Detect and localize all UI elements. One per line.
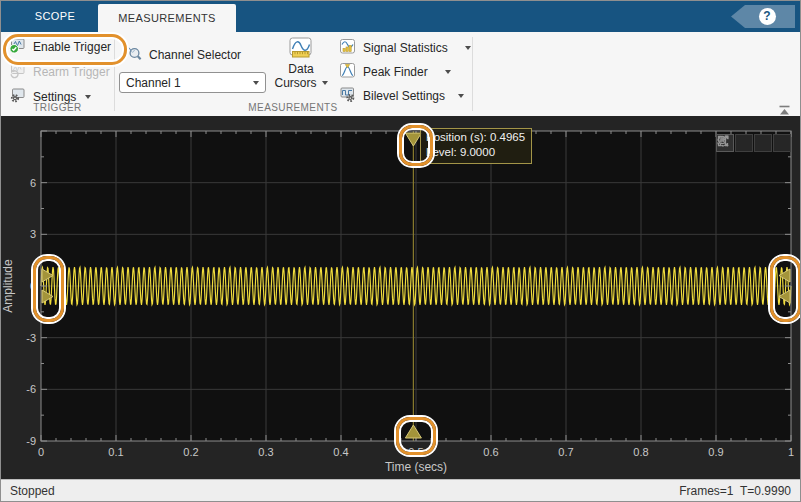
enable-trigger-icon bbox=[9, 37, 26, 57]
enable-trigger-button[interactable]: Enable Trigger bbox=[5, 36, 115, 58]
tab-scope[interactable]: SCOPE bbox=[19, 1, 91, 32]
x-tick-label: 0.3 bbox=[258, 446, 273, 458]
status-bar: Stopped Frames=1 T=0.9990 bbox=[1, 479, 800, 502]
section-divider bbox=[114, 37, 115, 111]
pan-button[interactable] bbox=[735, 134, 753, 152]
frames-time-text: Frames=1 T=0.9990 bbox=[679, 484, 791, 498]
dropdown-caret-icon bbox=[458, 94, 464, 98]
y-axis-label: Amplitude bbox=[1, 259, 15, 313]
x-tick-label: 1 bbox=[788, 446, 794, 458]
x-tick-label: 0.1 bbox=[108, 446, 123, 458]
enable-trigger-label: Enable Trigger bbox=[33, 40, 111, 54]
scope-plot: 00.10.20.30.40.50.60.70.80.91630-3-6-9Ti… bbox=[1, 116, 800, 479]
channel-selector-label: Channel Selector bbox=[149, 48, 241, 62]
y-tick-label: -6 bbox=[26, 383, 36, 395]
x-tick-label: 0.2 bbox=[183, 446, 198, 458]
x-tick-label: 0.8 bbox=[633, 446, 648, 458]
signal-statistics-icon bbox=[339, 38, 356, 58]
peak-finder-icon bbox=[339, 62, 356, 82]
x-tick-label: 0.7 bbox=[558, 446, 573, 458]
dropdown-caret-icon bbox=[253, 81, 259, 85]
channel-dropdown-value: Channel 1 bbox=[126, 76, 251, 90]
bilevel-settings-label: Bilevel Settings bbox=[363, 89, 445, 103]
y-tick-label: -3 bbox=[26, 332, 36, 344]
tab-measurements[interactable]: MEASUREMENTS bbox=[98, 4, 236, 32]
tab-bar: SCOPE MEASUREMENTS ? bbox=[1, 1, 800, 32]
measurements-section-label: MEASUREMENTS bbox=[114, 102, 472, 113]
fit-to-view-icon bbox=[716, 134, 730, 148]
channel-selector-button[interactable]: Channel Selector bbox=[121, 44, 245, 66]
x-axis-label: Time (secs) bbox=[385, 460, 447, 474]
channel-dropdown[interactable]: Channel 1 bbox=[119, 72, 266, 93]
channel-selector-icon bbox=[125, 45, 142, 65]
fit-to-view-button[interactable] bbox=[773, 134, 791, 152]
scope-window: SCOPE MEASUREMENTS ? Enable Trigger bbox=[0, 0, 801, 502]
y-tick-label: 0 bbox=[30, 280, 36, 292]
rearm-trigger-button[interactable]: Rearm Trigger bbox=[5, 61, 114, 83]
peak-finder-label: Peak Finder bbox=[363, 65, 428, 79]
signal-statistics-label: Signal Statistics bbox=[363, 41, 448, 55]
data-cursors-button[interactable]: Data Cursors bbox=[269, 37, 333, 90]
x-tick-label: 0.9 bbox=[708, 446, 723, 458]
data-cursors-label-line2: Cursors bbox=[274, 76, 316, 90]
y-tick-label: 3 bbox=[30, 228, 36, 240]
x-tick-label: 0 bbox=[38, 446, 44, 458]
toolstrip: Enable Trigger Rearm Trigger bbox=[1, 32, 800, 116]
rearm-trigger-icon bbox=[9, 62, 26, 82]
y-tick-label: -9 bbox=[26, 435, 36, 447]
peak-finder-button[interactable]: Peak Finder bbox=[335, 61, 455, 83]
data-cursors-label-line1: Data bbox=[269, 62, 333, 76]
collapse-toolstrip-button[interactable] bbox=[778, 102, 792, 114]
dropdown-caret-icon bbox=[465, 46, 471, 50]
y-tick-label: 6 bbox=[30, 177, 36, 189]
dropdown-caret-icon bbox=[322, 81, 328, 85]
x-tick-label: 0.5 bbox=[408, 446, 423, 458]
section-divider bbox=[472, 37, 473, 111]
zoom-in-button[interactable] bbox=[754, 134, 772, 152]
plot-corner-toolbar bbox=[716, 134, 791, 152]
dropdown-caret-icon bbox=[445, 70, 451, 74]
help-button[interactable]: ? bbox=[731, 5, 795, 28]
trigger-section-label: TRIGGER bbox=[1, 102, 114, 113]
data-cursors-icon bbox=[269, 37, 333, 59]
dropdown-caret-icon bbox=[85, 95, 91, 99]
status-text: Stopped bbox=[10, 484, 55, 498]
trigger-tooltip: Position (s): 0.4965 Level: 9.0000 bbox=[420, 128, 532, 164]
signal-statistics-button[interactable]: Signal Statistics bbox=[335, 37, 475, 59]
x-tick-label: 0.6 bbox=[483, 446, 498, 458]
trigger-tooltip-position: Position (s): 0.4965 bbox=[426, 130, 525, 145]
trigger-tooltip-level: Level: 9.0000 bbox=[426, 145, 525, 160]
x-tick-label: 0.4 bbox=[333, 446, 348, 458]
rearm-trigger-label: Rearm Trigger bbox=[33, 65, 110, 79]
waveform-display: 00.10.20.30.40.50.60.70.80.91630-3-6-9Ti… bbox=[1, 116, 800, 479]
help-icon: ? bbox=[759, 8, 776, 25]
